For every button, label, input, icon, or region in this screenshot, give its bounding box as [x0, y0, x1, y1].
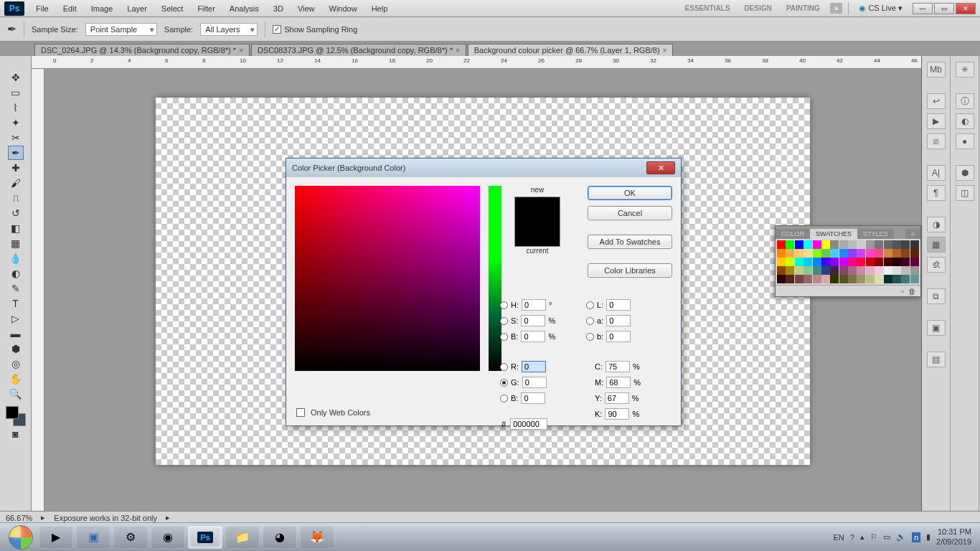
navigator-icon[interactable]: ▣ — [927, 320, 946, 336]
swatch-cell[interactable] — [866, 266, 875, 275]
swatch-cell[interactable] — [892, 249, 901, 258]
lab-b-input[interactable]: 0 — [606, 331, 631, 342]
l-radio[interactable] — [586, 301, 594, 309]
zoom-tool[interactable]: 🔍 — [8, 387, 24, 401]
swatch-cell[interactable] — [857, 266, 865, 275]
g-radio[interactable] — [500, 379, 508, 387]
swatch-cell[interactable] — [804, 258, 812, 266]
color-icon[interactable]: ◑ — [927, 217, 946, 232]
s-input[interactable]: 0 — [521, 315, 545, 326]
menu-file[interactable]: File — [29, 2, 56, 15]
lasso-tool[interactable]: ⌇ — [8, 100, 24, 115]
h-input[interactable]: 0 — [522, 299, 546, 311]
swatch-cell[interactable] — [857, 240, 865, 249]
help-icon[interactable]: ? — [850, 533, 854, 542]
r-input[interactable]: 0 — [522, 361, 546, 372]
layers-icon[interactable]: ▤ — [927, 352, 946, 367]
gradient-tool[interactable]: ▦ — [8, 236, 24, 250]
path-tool[interactable]: ▷ — [8, 311, 24, 326]
swatch-cell[interactable] — [795, 249, 804, 258]
swatch-cell[interactable] — [813, 266, 821, 275]
color-libraries-button[interactable]: Color Libraries — [588, 263, 672, 278]
taskbar-firefox-icon[interactable]: 🦊 — [300, 526, 334, 549]
cancel-button[interactable]: Cancel — [588, 206, 672, 220]
pen-tool[interactable]: ✎ — [8, 281, 24, 296]
brush-tool[interactable]: 🖌 — [8, 176, 24, 190]
panel-menu-icon[interactable]: ≡ — [905, 229, 920, 239]
language-indicator[interactable]: EN — [834, 533, 844, 542]
zoom-level[interactable]: 66.67% — [6, 514, 32, 522]
tray-chevron-icon[interactable]: ▴ — [860, 532, 864, 542]
swatch-cell[interactable] — [892, 275, 901, 283]
c-input[interactable]: 75 — [606, 361, 630, 372]
masks-icon[interactable]: ● — [956, 133, 974, 149]
document-tab-active[interactable]: Background colour picker @ 66.7% (Layer … — [468, 44, 674, 56]
window-minimize-button[interactable]: — — [913, 3, 933, 14]
swatch-cell[interactable] — [830, 240, 839, 249]
swatch-cell[interactable] — [813, 240, 821, 249]
swatch-cell[interactable] — [813, 258, 821, 266]
l-input[interactable]: 0 — [606, 299, 631, 311]
eyedropper-tool[interactable]: ✒ — [8, 146, 24, 160]
k-input[interactable]: 90 — [605, 408, 629, 420]
add-to-swatches-button[interactable]: Add To Swatches — [588, 235, 672, 249]
swatch-cell[interactable] — [848, 240, 857, 249]
swatch-cell[interactable] — [910, 266, 919, 275]
s-radio[interactable] — [500, 317, 508, 325]
workspace-more-icon[interactable]: » — [830, 3, 843, 14]
swatch-cell[interactable] — [839, 249, 848, 258]
rgb-b-radio[interactable] — [500, 395, 508, 402]
swatch-cell[interactable] — [821, 266, 830, 275]
taskbar-app-icon[interactable]: ⚙ — [113, 526, 148, 549]
swatch-cell[interactable] — [875, 275, 883, 283]
swatch-cell[interactable] — [884, 275, 892, 283]
3d-tool[interactable]: ⬢ — [8, 342, 24, 356]
menu-edit[interactable]: Edit — [56, 2, 84, 15]
swatch-cell[interactable] — [866, 240, 875, 249]
3d-camera-tool[interactable]: ◎ — [8, 357, 24, 371]
quickmask-tool[interactable]: ◙ — [8, 427, 24, 441]
swatch-cell[interactable] — [892, 266, 901, 275]
swatch-cell[interactable] — [901, 249, 910, 258]
workspace-essentials[interactable]: ESSENTIALS — [681, 3, 735, 14]
dodge-tool[interactable]: ◐ — [8, 266, 24, 281]
swatch-cell[interactable] — [901, 266, 910, 275]
swatch-cell[interactable] — [875, 249, 883, 258]
swatch-cell[interactable] — [839, 258, 848, 266]
adjustments-icon[interactable]: ◐ — [956, 113, 974, 129]
history-brush-tool[interactable]: ↺ — [8, 206, 24, 220]
3d-panel-icon[interactable]: ⬢ — [956, 165, 974, 181]
swatch-cell[interactable] — [884, 249, 892, 258]
document-tab[interactable]: DSC08373.JPG @ 12.5% (Background copy, R… — [251, 44, 466, 56]
swatch-cell[interactable] — [892, 258, 901, 266]
marquee-tool[interactable]: ▭ — [8, 85, 24, 100]
styles-tab[interactable]: STYLES — [857, 229, 894, 239]
battery-icon[interactable]: ▮ — [926, 532, 930, 542]
dialog-close-button[interactable]: ✕ — [646, 161, 675, 174]
workspace-painting[interactable]: PAINTING — [782, 3, 824, 14]
swatches-tab[interactable]: SWATCHES — [810, 229, 857, 239]
healing-tool[interactable]: ✚ — [8, 161, 24, 175]
b-input[interactable]: 0 — [521, 331, 545, 342]
swatch-cell[interactable] — [777, 258, 786, 266]
color-tab[interactable]: COLOR — [776, 229, 810, 239]
menu-3d[interactable]: 3D — [266, 2, 291, 15]
sample-size-dropdown[interactable]: Point Sample — [85, 23, 157, 36]
type-tool[interactable]: T — [8, 296, 24, 311]
tab-close-icon[interactable]: × — [239, 47, 243, 55]
only-web-colors-checkbox[interactable] — [296, 408, 305, 417]
action-center-icon[interactable]: ⚐ — [870, 532, 877, 542]
swatch-cell[interactable] — [786, 275, 794, 283]
swatch-cell[interactable] — [848, 266, 857, 275]
swatch-cell[interactable] — [857, 249, 865, 258]
swatch-cell[interactable] — [910, 249, 919, 258]
swatch-cell[interactable] — [857, 275, 865, 283]
swatch-cell[interactable] — [839, 240, 848, 249]
hand-tool[interactable]: ✋ — [8, 372, 24, 386]
swatch-cell[interactable] — [901, 240, 910, 249]
swatch-cell[interactable] — [875, 266, 883, 275]
swatch-cell[interactable] — [777, 240, 786, 249]
swatch-cell[interactable] — [839, 275, 848, 283]
actions-icon[interactable]: ▶ — [927, 113, 946, 129]
blur-tool[interactable]: 💧 — [8, 251, 24, 265]
